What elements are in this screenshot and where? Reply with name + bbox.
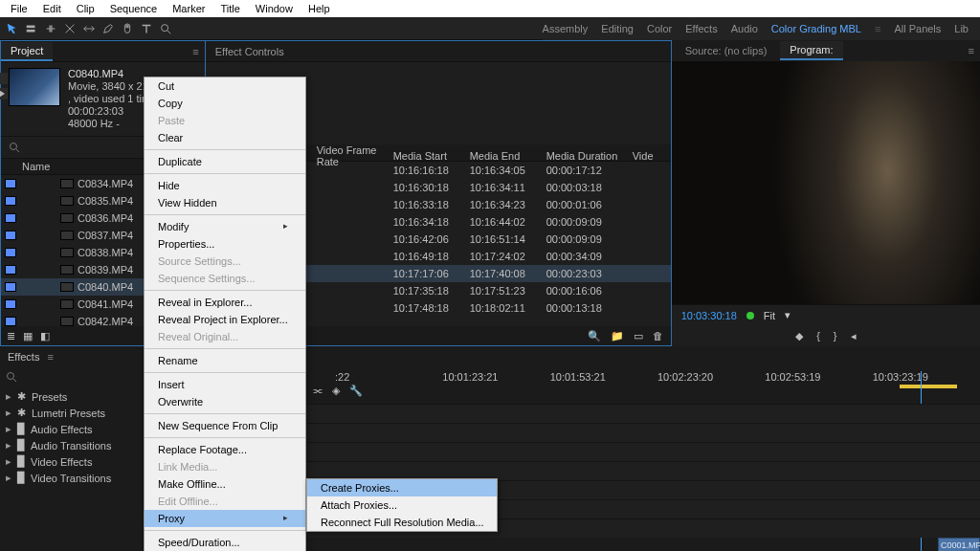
ws-color[interactable]: Color — [647, 23, 672, 34]
find-icon[interactable]: 🔍 — [588, 330, 601, 342]
col-video[interactable]: Vide — [633, 150, 671, 162]
fx-audio-effects[interactable]: ▸▉Audio Effects — [6, 423, 137, 435]
mark-out-icon[interactable]: } — [834, 330, 837, 342]
fx-audio-trans[interactable]: ▸▉Audio Transitions — [6, 439, 137, 452]
menu-edit[interactable]: Edit — [36, 2, 68, 15]
menu-item[interactable]: Rename — [145, 352, 305, 369]
menu-item[interactable]: Insert — [145, 376, 305, 393]
submenu-item[interactable]: Create Proxies... — [307, 479, 497, 496]
svg-point-3 — [11, 143, 17, 150]
menu-item[interactable]: Cut — [145, 77, 305, 95]
program-tab[interactable]: Program: — [780, 41, 842, 60]
ws-active[interactable]: Color Grading MBL — [771, 23, 861, 34]
source-tab[interactable]: Source: (no clips) — [676, 42, 777, 59]
project-tab[interactable]: Project — [1, 42, 53, 61]
menu-item[interactable]: New Sequence From Clip — [145, 417, 305, 434]
menu-help[interactable]: Help — [301, 2, 337, 15]
label-swatch — [5, 265, 16, 275]
list-view-icon[interactable]: ≣ — [7, 330, 15, 342]
ws-effects[interactable]: Effects — [685, 23, 717, 34]
fx-presets[interactable]: ▸✱Presets — [6, 390, 137, 403]
time-ruler[interactable]: :2210:01:23:2110:01:53:2110:02:23:2010:0… — [335, 371, 980, 385]
zoom-tool-icon[interactable] — [159, 22, 172, 35]
panel-menu-icon[interactable]: ≡ — [47, 351, 53, 363]
mark-in-icon[interactable]: { — [816, 330, 820, 342]
menu-file[interactable]: File — [4, 2, 34, 15]
track-select-icon[interactable] — [25, 22, 38, 35]
menu-item[interactable]: Proxy — [145, 510, 305, 527]
menu-title[interactable]: Title — [213, 2, 246, 15]
col-name[interactable]: Name — [22, 161, 50, 172]
ripple-edit-icon[interactable] — [44, 22, 57, 35]
menu-item[interactable]: Properties... — [145, 235, 305, 253]
clip-icon — [60, 265, 74, 275]
fx-video-effects[interactable]: ▸▉Video Effects — [6, 455, 137, 468]
razor-icon[interactable] — [63, 22, 77, 35]
panel-menu-icon[interactable]: ≡ — [187, 46, 204, 57]
panel-menu-icon[interactable]: ≡ — [963, 45, 980, 56]
search-icon[interactable] — [9, 142, 20, 153]
fx-video-trans[interactable]: ▸▉Video Transitions — [6, 472, 137, 484]
search-icon[interactable] — [6, 371, 17, 383]
work-area-bar[interactable] — [900, 385, 957, 388]
submenu-item[interactable]: Attach Proxies... — [307, 496, 497, 514]
clip-thumbnail[interactable] — [9, 68, 60, 106]
menu-item[interactable]: Hide — [145, 177, 305, 194]
menu-item[interactable]: Modify — [145, 218, 305, 235]
menu-item[interactable]: View Hidden — [145, 194, 305, 211]
add-marker-icon[interactable]: ◆ — [795, 330, 803, 342]
marker-icon[interactable]: ◈ — [332, 385, 340, 397]
label-swatch — [5, 317, 16, 326]
selection-tool-icon[interactable] — [6, 22, 19, 35]
menu-clip[interactable]: Clip — [70, 2, 101, 15]
col-media-duration[interactable]: Media Duration — [546, 150, 633, 162]
menu-item[interactable]: Overwrite — [145, 393, 305, 410]
poster-frame-icon[interactable] — [0, 73, 8, 84]
menu-item[interactable]: Duplicate — [145, 153, 305, 170]
fx-lumetri[interactable]: ▸✱Lumetri Presets — [6, 407, 137, 419]
play-icon[interactable] — [0, 88, 8, 99]
menu-item: Paste — [145, 112, 305, 129]
menu-item[interactable]: Replace Footage... — [145, 441, 305, 458]
icon-view-icon[interactable]: ▦ — [23, 330, 33, 342]
ws-audio[interactable]: Audio — [731, 23, 758, 34]
label-swatch — [5, 282, 16, 292]
submenu-item[interactable]: Reconnect Full Resolution Media... — [307, 514, 497, 531]
ws-assembly[interactable]: Assembly — [543, 23, 589, 34]
ws-all-panels[interactable]: All Panels — [894, 23, 941, 34]
hand-tool-icon[interactable] — [121, 22, 134, 35]
menu-item[interactable]: Reveal Project in Explorer... — [145, 311, 305, 328]
menu-window[interactable]: Window — [249, 2, 300, 15]
settings-icon[interactable]: 🔧 — [349, 385, 363, 397]
timeline-clip[interactable]: C0001.MP — [938, 538, 980, 551]
menu-item[interactable]: Reveal in Explorer... — [145, 294, 305, 311]
effects-title[interactable]: Effects — [8, 351, 39, 363]
menu-marker[interactable]: Marker — [166, 2, 212, 15]
new-bin-icon[interactable]: 📁 — [611, 330, 624, 342]
program-viewer[interactable] — [672, 61, 980, 304]
menu-item[interactable]: Speed/Duration... — [145, 534, 305, 551]
step-back-icon[interactable]: ◂ — [851, 330, 857, 342]
menu-item[interactable]: Clear — [145, 129, 305, 146]
dropdown-icon[interactable]: ▾ — [785, 309, 791, 321]
effect-controls-tab[interactable]: Effect Controls — [206, 43, 294, 60]
ws-last[interactable]: Lib — [954, 23, 969, 34]
col-media-start[interactable]: Media Start — [393, 150, 470, 162]
menu-item: Sequence Settings... — [145, 270, 305, 287]
freeform-view-icon[interactable]: ◧ — [40, 330, 50, 342]
col-media-end[interactable]: Media End — [470, 150, 546, 162]
trash-icon[interactable]: 🗑 — [653, 330, 663, 342]
menu-sequence[interactable]: Sequence — [103, 2, 165, 15]
pen-tool-icon[interactable] — [101, 22, 115, 35]
menu-item[interactable]: Copy — [145, 95, 305, 112]
ws-editing[interactable]: Editing — [601, 23, 634, 34]
clip-icon — [60, 196, 74, 206]
type-tool-icon[interactable] — [140, 22, 153, 35]
linked-selection-icon[interactable]: ⫘ — [312, 385, 323, 397]
clip-icon — [60, 213, 74, 223]
zoom-fit[interactable]: Fit — [764, 310, 775, 321]
program-timecode[interactable]: 10:03:30:18 — [681, 310, 737, 321]
slip-tool-icon[interactable] — [82, 22, 96, 35]
new-item-icon[interactable]: ▭ — [634, 330, 643, 342]
menu-item[interactable]: Make Offline... — [145, 475, 305, 493]
